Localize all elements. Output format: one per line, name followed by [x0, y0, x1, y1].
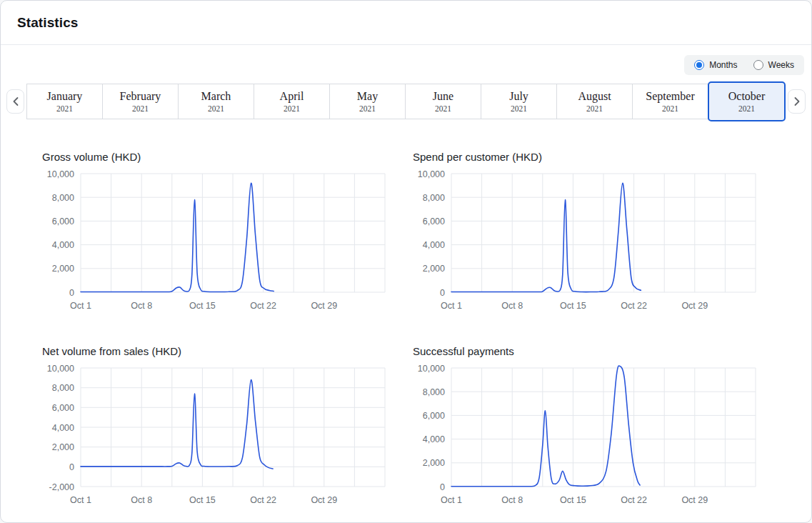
svg-text:8,000: 8,000 [52, 193, 74, 203]
svg-text:10,000: 10,000 [47, 169, 74, 179]
month-label: September [646, 90, 694, 103]
charts-grid: Gross volume (HKD)02,0004,0006,0008,0001… [1, 122, 811, 509]
month-item-january[interactable]: January2021 [26, 84, 103, 119]
svg-text:0: 0 [440, 482, 445, 492]
month-year: 2021 [284, 104, 300, 113]
month-year: 2021 [359, 104, 376, 113]
chart-canvas: -2,00002,0004,0006,0008,00010,000Oct 1Oc… [41, 362, 392, 509]
month-list: January2021February2021March2021April202… [26, 81, 786, 122]
period-toggle: Months Weeks [684, 55, 804, 75]
svg-text:Oct 22: Oct 22 [250, 301, 276, 311]
month-item-june[interactable]: June2021 [405, 84, 481, 119]
svg-text:8,000: 8,000 [423, 193, 445, 203]
svg-text:2,000: 2,000 [52, 442, 74, 452]
svg-text:Oct 8: Oct 8 [131, 301, 152, 311]
month-label: March [201, 90, 231, 103]
svg-text:Oct 22: Oct 22 [621, 495, 647, 505]
svg-text:4,000: 4,000 [52, 240, 74, 250]
svg-text:4,000: 4,000 [423, 434, 445, 444]
month-year: 2021 [132, 104, 149, 113]
svg-text:8,000: 8,000 [423, 387, 445, 397]
svg-text:Oct 1: Oct 1 [441, 301, 462, 311]
month-label: August [578, 90, 611, 103]
svg-text:Oct 22: Oct 22 [621, 301, 647, 311]
toolbar: Months Weeks [1, 45, 811, 81]
radio-option-weeks[interactable]: Weeks [753, 60, 794, 70]
svg-text:0: 0 [69, 288, 74, 298]
month-label: June [433, 90, 453, 103]
svg-text:Oct 22: Oct 22 [250, 495, 276, 505]
month-year: 2021 [586, 104, 603, 113]
chart-net-volume-from-sales-hkd: Net volume from sales (HKD)-2,00002,0004… [41, 345, 392, 509]
month-year: 2021 [435, 104, 451, 113]
svg-text:Oct 15: Oct 15 [560, 495, 586, 505]
chevron-right-icon [793, 96, 801, 106]
radio-option-months[interactable]: Months [694, 60, 737, 70]
month-year: 2021 [208, 104, 224, 113]
svg-text:Oct 15: Oct 15 [189, 495, 216, 505]
svg-text:Oct 1: Oct 1 [70, 495, 91, 505]
svg-text:-2,000: -2,000 [49, 482, 74, 492]
month-label: February [120, 90, 161, 103]
svg-text:10,000: 10,000 [418, 364, 445, 374]
svg-text:Oct 1: Oct 1 [441, 495, 462, 505]
chart-title: Net volume from sales (HKD) [42, 345, 392, 358]
month-label: April [280, 90, 304, 103]
svg-text:Oct 29: Oct 29 [311, 495, 337, 505]
svg-text:Oct 8: Oct 8 [501, 301, 523, 311]
svg-text:6,000: 6,000 [52, 216, 74, 226]
svg-text:Oct 8: Oct 8 [131, 495, 152, 505]
statistics-window: Statistics Months Weeks January2021Febru… [0, 0, 812, 523]
carousel-next-button[interactable] [788, 89, 806, 114]
month-item-october[interactable]: October2021 [708, 81, 786, 121]
month-item-august[interactable]: August2021 [556, 84, 633, 119]
svg-text:10,000: 10,000 [47, 364, 74, 374]
chart-successful-payments: Successful payments02,0004,0006,0008,000… [411, 345, 763, 509]
svg-text:8,000: 8,000 [52, 383, 74, 393]
chart-title: Gross volume (HKD) [42, 151, 392, 164]
svg-text:0: 0 [69, 462, 74, 472]
month-item-may[interactable]: May2021 [329, 84, 406, 119]
svg-text:2,000: 2,000 [423, 458, 445, 468]
month-item-september[interactable]: September2021 [632, 84, 708, 119]
month-label: January [47, 90, 83, 103]
svg-text:4,000: 4,000 [52, 423, 74, 433]
svg-text:6,000: 6,000 [52, 403, 74, 413]
month-item-march[interactable]: March2021 [178, 84, 254, 119]
month-label: October [728, 90, 766, 103]
svg-text:6,000: 6,000 [423, 411, 445, 421]
month-year: 2021 [662, 104, 678, 113]
chart-canvas: 02,0004,0006,0008,00010,000Oct 1Oct 8Oct… [411, 362, 763, 509]
chart-canvas: 02,0004,0006,0008,00010,000Oct 1Oct 8Oct… [41, 168, 392, 315]
svg-text:Oct 15: Oct 15 [189, 301, 216, 311]
svg-text:Oct 15: Oct 15 [560, 301, 586, 311]
carousel-prev-button[interactable] [6, 89, 24, 114]
svg-text:Oct 29: Oct 29 [311, 301, 337, 311]
month-label: May [357, 90, 378, 103]
svg-text:6,000: 6,000 [423, 216, 445, 226]
chevron-left-icon [11, 96, 20, 106]
radio-option-label: Weeks [768, 60, 794, 70]
chart-title: Successful payments [413, 345, 763, 358]
svg-text:2,000: 2,000 [423, 264, 445, 274]
chart-gross-volume-hkd: Gross volume (HKD)02,0004,0006,0008,0001… [41, 151, 392, 315]
month-year: 2021 [738, 104, 755, 113]
svg-text:0: 0 [440, 288, 445, 298]
header: Statistics [1, 1, 811, 45]
month-year: 2021 [56, 104, 73, 113]
chart-title: Spend per customer (HKD) [413, 151, 763, 164]
month-item-july[interactable]: July2021 [481, 84, 557, 119]
page-title: Statistics [17, 15, 78, 31]
month-year: 2021 [511, 104, 527, 113]
month-label: July [509, 90, 528, 103]
radio-unselected-icon [753, 60, 763, 70]
month-item-february[interactable]: February2021 [102, 84, 179, 119]
svg-text:Oct 8: Oct 8 [501, 495, 523, 505]
radio-selected-icon [694, 60, 704, 70]
month-item-april[interactable]: April2021 [254, 84, 330, 119]
svg-text:Oct 1: Oct 1 [70, 301, 91, 311]
svg-text:10,000: 10,000 [418, 169, 445, 179]
svg-text:4,000: 4,000 [423, 240, 445, 250]
svg-text:2,000: 2,000 [52, 264, 74, 274]
chart-spend-per-customer-hkd: Spend per customer (HKD)02,0004,0006,000… [411, 151, 763, 315]
